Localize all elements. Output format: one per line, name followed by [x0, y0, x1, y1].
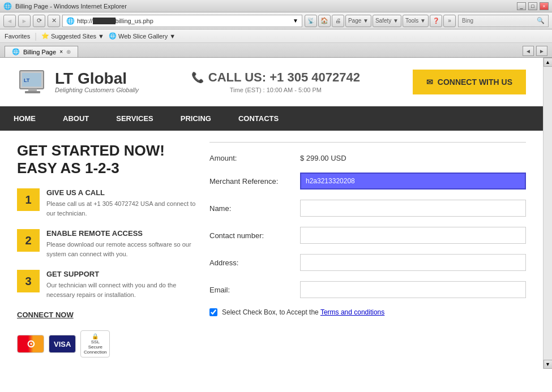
- safety-menu[interactable]: Safety ▼: [373, 15, 401, 27]
- logo-icon: LT: [17, 66, 48, 97]
- divider: [209, 142, 526, 143]
- tab-bar-right-icons: ◄ ►: [523, 46, 552, 57]
- scroll-up-button[interactable]: ▲: [544, 58, 553, 67]
- envelope-icon: ✉: [426, 77, 433, 87]
- nav-pricing[interactable]: PRICING: [167, 106, 225, 131]
- tab-add-icon[interactable]: ⊕: [66, 49, 71, 55]
- name-input[interactable]: [300, 200, 526, 217]
- company-name: LT Global: [55, 71, 139, 87]
- tab-forward-icon[interactable]: ►: [536, 46, 547, 56]
- get-started-heading: GET STARTED NOW! EASY AS 1-2-3: [17, 142, 198, 177]
- forward-button[interactable]: ►: [18, 15, 31, 27]
- tab-label: Billing Page: [23, 49, 56, 55]
- ssl-badge: 🔒 SSLSecureConnection: [80, 330, 110, 357]
- tab-bar: 🌐 Billing Page × ⊕ ◄ ►: [0, 43, 552, 58]
- step-1-desc: Please call us at +1 305 4072742 USA and…: [46, 199, 198, 218]
- browser-nav-bar: ◄ ► ⟳ ✕ 🌐 http://billing_us.php ▼ 📡 🏠 🖨 …: [0, 12, 552, 29]
- terms-row: Select Check Box, to Accept the Terms an…: [209, 308, 526, 316]
- active-tab[interactable]: 🌐 Billing Page × ⊕: [5, 46, 78, 57]
- suggested-sites[interactable]: ⭐ Suggested Sites ▼: [41, 32, 104, 40]
- step-3-number: 3: [17, 270, 40, 292]
- terms-checkbox[interactable]: [209, 308, 217, 316]
- email-row: Email:: [209, 281, 526, 298]
- step-3: 3 GET SUPPORT Our technician will connec…: [17, 270, 198, 299]
- page-menu[interactable]: Page ▼: [345, 15, 371, 27]
- step-2-content: ENABLE REMOTE ACCESS Please download our…: [46, 229, 198, 259]
- search-bar[interactable]: Bing 🔍: [458, 15, 549, 27]
- step-3-desc: Our technician will connect with you and…: [46, 281, 198, 299]
- phone-icon: 📞: [191, 71, 204, 84]
- ssl-label: SSLSecureConnection: [83, 339, 107, 355]
- amount-value: $ 299.00 USD: [300, 154, 526, 162]
- maximize-button[interactable]: □: [528, 2, 537, 10]
- visa-badge: VISA: [49, 335, 76, 353]
- search-engine-label: Bing: [462, 18, 473, 24]
- rss-icon[interactable]: 📡: [305, 15, 317, 27]
- connect-now-link[interactable]: CONNECT NOW: [17, 311, 74, 319]
- connect-with-us-button[interactable]: ✉ CONNECT WITH US: [413, 70, 526, 94]
- connect-btn-label: CONNECT WITH US: [438, 77, 512, 87]
- email-input[interactable]: [300, 281, 526, 298]
- address-label: Address:: [209, 259, 300, 267]
- name-row: Name:: [209, 200, 526, 217]
- tools-menu[interactable]: Tools ▼: [403, 15, 429, 27]
- browser-title: Billing Page - Windows Internet Explorer: [15, 3, 127, 10]
- address-dropdown[interactable]: ▼: [293, 18, 298, 24]
- step-2-number: 2: [17, 229, 40, 252]
- scroll-track[interactable]: [544, 67, 553, 360]
- merchant-ref-input[interactable]: [300, 173, 526, 189]
- step-2-title: ENABLE REMOTE ACCESS: [46, 229, 198, 238]
- step-3-content: GET SUPPORT Our technician will connect …: [46, 270, 198, 299]
- address-input[interactable]: [300, 254, 526, 271]
- favorites-divider: |: [35, 32, 37, 41]
- suggested-sites-label: Suggested Sites ▼: [51, 33, 104, 40]
- step-3-title: GET SUPPORT: [46, 270, 198, 278]
- step-1: 1 GIVE US A CALL Please call us at +1 30…: [17, 188, 198, 218]
- nav-home[interactable]: HOME: [0, 106, 49, 131]
- print-icon[interactable]: 🖨: [332, 15, 344, 27]
- minimize-button[interactable]: _: [517, 2, 526, 10]
- payment-icons: ⊙ VISA 🔒 SSLSecureConnection: [17, 330, 198, 357]
- expand-button[interactable]: »: [443, 15, 456, 27]
- logo-svg: LT: [17, 66, 48, 97]
- amount-label: Amount:: [209, 154, 300, 162]
- merchant-ref-label: Merchant Reference:: [209, 177, 300, 186]
- website-content: LT LT Global Delighting Customers Global…: [0, 58, 543, 369]
- tab-close-icon[interactable]: ×: [59, 49, 63, 55]
- site-main: GET STARTED NOW! EASY AS 1-2-3 1 GIVE US…: [0, 131, 543, 369]
- scrollbar[interactable]: ▲ ▼: [543, 58, 552, 369]
- back-button[interactable]: ◄: [3, 15, 16, 27]
- favorites-bar: Favorites | ⭐ Suggested Sites ▼ 🌐 Web Sl…: [0, 29, 552, 43]
- phone-number: 📞 CALL US: +1 305 4072742: [191, 70, 360, 85]
- stop-button[interactable]: ✕: [48, 15, 60, 27]
- connect-now[interactable]: CONNECT NOW: [17, 311, 198, 319]
- refresh-button[interactable]: ⟳: [33, 15, 45, 27]
- search-go-icon[interactable]: 🔍: [537, 17, 545, 24]
- step-2-desc: Please download our remote access softwa…: [46, 240, 198, 259]
- address-bar[interactable]: 🌐 http://billing_us.php ▼: [62, 15, 302, 27]
- contact-input[interactable]: [300, 227, 526, 244]
- help-button[interactable]: ❓: [430, 15, 442, 27]
- time-info: Time (EST) : 10:00 AM - 5:00 PM: [191, 87, 360, 93]
- right-panel: Amount: $ 299.00 USD Merchant Reference:…: [209, 142, 526, 357]
- web-slice-gallery[interactable]: 🌐 Web Slice Gallery ▼: [109, 32, 176, 40]
- favorites-label: Favorites: [5, 33, 30, 40]
- terms-link[interactable]: Terms and conditions: [320, 308, 384, 316]
- nav-about[interactable]: ABOUT: [49, 106, 102, 131]
- logo-text: LT Global Delighting Customers Globally: [55, 71, 139, 93]
- svg-rect-3: [25, 91, 40, 93]
- tab-back-icon[interactable]: ◄: [523, 46, 534, 56]
- name-label: Name:: [209, 204, 300, 213]
- home-icon[interactable]: 🏠: [318, 15, 331, 27]
- scroll-down-button[interactable]: ▼: [544, 360, 553, 369]
- nav-contacts[interactable]: CONTACTS: [225, 106, 292, 131]
- web-slice-label: Web Slice Gallery ▼: [118, 33, 176, 40]
- close-button[interactable]: ×: [540, 2, 549, 10]
- company-tagline: Delighting Customers Globally: [55, 87, 139, 93]
- amount-row: Amount: $ 299.00 USD: [209, 154, 526, 162]
- nav-services[interactable]: SERVICES: [102, 106, 167, 131]
- window-controls[interactable]: _ □ ×: [517, 2, 549, 10]
- step-1-content: GIVE US A CALL Please call us at +1 305 …: [46, 188, 198, 218]
- email-label: Email:: [209, 286, 300, 294]
- browser-title-bar: 🌐 Billing Page - Windows Internet Explor…: [0, 0, 552, 12]
